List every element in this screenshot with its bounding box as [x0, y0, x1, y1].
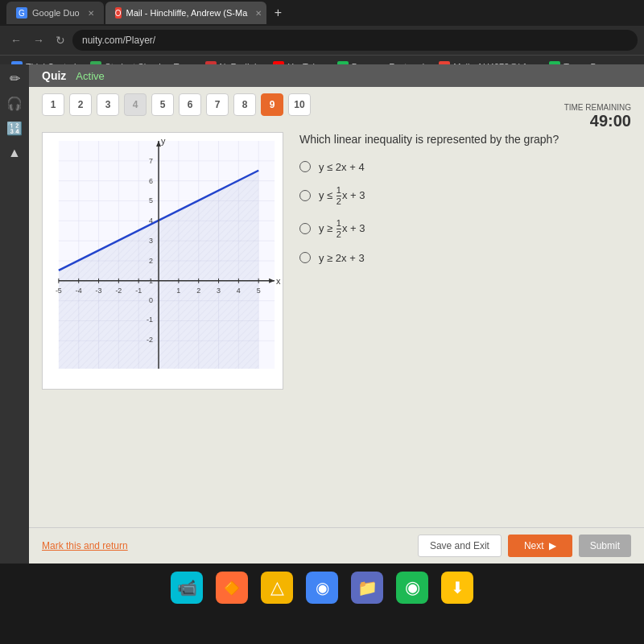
- question-nav: 1 2 3 4 5 6 7 8 9 10 TIME REMAINING 49:0…: [29, 87, 644, 122]
- radio-a[interactable]: [299, 161, 311, 172]
- sidebar-calc-icon[interactable]: 🔢: [6, 121, 23, 136]
- sidebar-edit-icon[interactable]: ✏: [10, 71, 20, 86]
- answer-label-c: y ≥ 12x + 3: [319, 219, 365, 239]
- answer-label-b: y ≤ 12x + 3: [319, 186, 365, 206]
- graph-container: x y -5 -4 -3 -2 -1 1 2 3 4 5: [42, 132, 283, 390]
- svg-text:3: 3: [149, 237, 153, 245]
- main-content: ✏ 🎧 🔢 ▲ Quiz Active 1 2 3 4 5 6 7 8 9 10…: [0, 64, 644, 564]
- submit-button[interactable]: Submit: [579, 535, 631, 557]
- svg-text:3: 3: [217, 287, 221, 295]
- fraction-b: 12: [336, 186, 341, 206]
- sidebar-headphone-icon[interactable]: 🎧: [6, 96, 23, 111]
- svg-text:1: 1: [149, 277, 153, 285]
- timer-label: TIME REMAINING: [564, 103, 631, 112]
- q-btn-5[interactable]: 5: [151, 93, 174, 116]
- quiz-status: Active: [76, 70, 104, 82]
- q-btn-9[interactable]: 9: [261, 93, 283, 116]
- q-btn-8[interactable]: 8: [233, 93, 256, 116]
- address-bar[interactable]: nuity.com/Player/: [72, 30, 638, 51]
- timer-section: TIME REMAINING 49:00: [564, 103, 631, 130]
- bottom-buttons: Save and Exit Next ▶ Submit: [418, 535, 631, 557]
- svg-text:0: 0: [149, 296, 153, 304]
- svg-text:-1: -1: [147, 316, 153, 324]
- answer-option-a[interactable]: y ≤ 2x + 4: [299, 161, 631, 173]
- bottom-bar: Mark this and return Save and Exit Next …: [29, 527, 644, 564]
- taskbar-icon-orange[interactable]: 🔶: [216, 572, 248, 604]
- tab-favicon-mail: O: [115, 7, 122, 19]
- taskbar-icon-files[interactable]: 📁: [351, 572, 383, 604]
- svg-text:-3: -3: [96, 287, 102, 295]
- taskbar-icon-spotify[interactable]: ◉: [396, 572, 428, 604]
- svg-text:6: 6: [149, 177, 153, 185]
- q-btn-10[interactable]: 10: [288, 93, 311, 116]
- svg-text:-1: -1: [135, 287, 142, 295]
- quiz-area: Quiz Active 1 2 3 4 5 6 7 8 9 10 TIME RE…: [29, 64, 644, 564]
- svg-text:-2: -2: [147, 336, 153, 344]
- content-area: x y -5 -4 -3 -2 -1 1 2 3 4 5: [29, 122, 644, 527]
- question-area: Which linear inequality is represented b…: [299, 132, 631, 518]
- tab-favicon-google-duo: G: [16, 7, 27, 19]
- new-tab-button[interactable]: +: [268, 6, 288, 20]
- taskbar-icon-video[interactable]: 📹: [171, 572, 203, 604]
- svg-text:2: 2: [196, 287, 200, 295]
- svg-text:4: 4: [149, 217, 153, 225]
- timer-value: 49:00: [564, 112, 631, 130]
- svg-text:-4: -4: [76, 287, 82, 295]
- q-btn-1[interactable]: 1: [42, 93, 64, 116]
- q-btn-7[interactable]: 7: [206, 93, 229, 116]
- taskbar-icon-chrome[interactable]: ◉: [306, 572, 338, 604]
- refresh-button[interactable]: ↻: [52, 32, 69, 48]
- taskbar-icon-drive[interactable]: △: [261, 572, 293, 604]
- address-bar-row: ← → ↻ nuity.com/Player/: [0, 26, 644, 55]
- answer-label-d: y ≥ 2x + 3: [319, 252, 365, 264]
- back-button[interactable]: ←: [6, 32, 26, 48]
- forward-button[interactable]: →: [29, 32, 48, 48]
- svg-text:7: 7: [149, 157, 153, 165]
- tab-label-google-duo: Google Duo: [32, 8, 80, 18]
- graph-svg: x y -5 -4 -3 -2 -1 1 2 3 4 5: [43, 133, 283, 389]
- y-axis-label: y: [161, 136, 166, 146]
- svg-text:4: 4: [237, 287, 241, 295]
- tab-close-google-duo[interactable]: ✕: [88, 9, 94, 18]
- q-btn-6[interactable]: 6: [179, 93, 201, 116]
- address-text: nuity.com/Player/: [82, 35, 155, 46]
- answer-label-a: y ≤ 2x + 4: [319, 161, 365, 173]
- quiz-title: Quiz: [42, 69, 66, 82]
- x-axis-label: x: [276, 276, 281, 286]
- radio-b[interactable]: [299, 190, 311, 201]
- q-btn-3[interactable]: 3: [97, 93, 119, 116]
- taskbar: 📹 🔶 △ ◉ 📁 ◉ ⬇: [0, 564, 644, 612]
- sidebar-up-icon[interactable]: ▲: [8, 146, 21, 160]
- tab-label-mail: Mail - Hinchliffe, Andrew (S-Ma: [126, 8, 248, 18]
- question-text: Which linear inequality is represented b…: [299, 132, 631, 148]
- svg-text:-2: -2: [115, 287, 122, 295]
- tab-google-duo[interactable]: G Google Duo ✕: [6, 2, 104, 24]
- browser-chrome: G Google Duo ✕ O Mail - Hinchliffe, Andr…: [0, 0, 644, 64]
- quiz-header: Quiz Active: [29, 64, 644, 87]
- taskbar-icon-download[interactable]: ⬇: [441, 572, 473, 604]
- mark-return-link[interactable]: Mark this and return: [42, 540, 128, 551]
- answer-option-b[interactable]: y ≤ 12x + 3: [299, 186, 631, 206]
- fraction-c: 12: [336, 219, 341, 239]
- left-sidebar: ✏ 🎧 🔢 ▲: [0, 64, 29, 564]
- tab-close-mail[interactable]: ✕: [255, 9, 262, 18]
- radio-c[interactable]: [299, 223, 311, 234]
- answer-option-d[interactable]: y ≥ 2x + 3: [299, 252, 631, 264]
- svg-text:1: 1: [176, 287, 180, 295]
- svg-text:5: 5: [149, 196, 153, 204]
- svg-text:2: 2: [149, 257, 153, 265]
- answer-option-c[interactable]: y ≥ 12x + 3: [299, 219, 631, 239]
- svg-text:5: 5: [257, 287, 261, 295]
- q-btn-2[interactable]: 2: [69, 93, 92, 116]
- next-label: Next: [524, 540, 544, 551]
- next-arrow-icon: ▶: [549, 540, 556, 551]
- save-exit-button[interactable]: Save and Exit: [418, 535, 502, 557]
- radio-d[interactable]: [299, 252, 311, 263]
- tab-mail[interactable]: O Mail - Hinchliffe, Andrew (S-Ma ✕: [105, 2, 266, 24]
- q-btn-4[interactable]: 4: [124, 93, 147, 116]
- tab-bar: G Google Duo ✕ O Mail - Hinchliffe, Andr…: [0, 0, 644, 26]
- svg-text:-5: -5: [56, 287, 62, 295]
- next-button[interactable]: Next ▶: [508, 535, 572, 557]
